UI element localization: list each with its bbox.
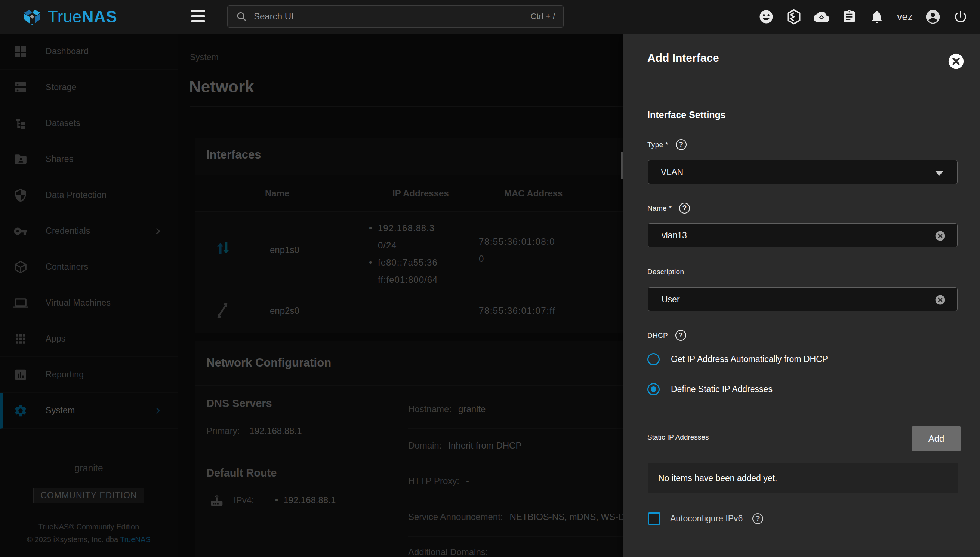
- name-field: [648, 223, 957, 247]
- help-icon[interactable]: [675, 330, 686, 341]
- truenas-logo-icon: [22, 7, 42, 27]
- divider: [623, 89, 980, 90]
- section-heading: Interface Settings: [647, 110, 726, 121]
- ix-stack-icon[interactable]: [786, 8, 802, 25]
- type-select[interactable]: VLAN: [648, 160, 957, 184]
- global-search[interactable]: Ctrl + /: [227, 5, 564, 28]
- chevron-down-icon: [935, 171, 944, 176]
- radio-selected-icon: [647, 383, 660, 396]
- truenas-logo[interactable]: TrueNAS: [22, 7, 117, 27]
- panel-title: Add Interface: [647, 52, 719, 64]
- checkbox-unchecked-icon: [648, 513, 660, 525]
- autoconfigure-ipv6-checkbox[interactable]: Autoconfigure IPv6: [648, 513, 763, 525]
- power-icon[interactable]: [952, 8, 969, 25]
- type-label: Type *: [647, 139, 686, 150]
- search-input[interactable]: [253, 11, 531, 22]
- description-input[interactable]: [661, 294, 957, 305]
- help-icon[interactable]: [752, 513, 763, 524]
- help-icon[interactable]: [676, 139, 686, 150]
- name-input[interactable]: [661, 230, 957, 241]
- scrollbar-thumb[interactable]: [621, 151, 623, 179]
- modal-backdrop[interactable]: [0, 34, 623, 557]
- user-avatar-icon[interactable]: [925, 8, 941, 25]
- topbar: TrueNAS Ctrl + / vez: [0, 0, 980, 34]
- close-icon[interactable]: [948, 53, 964, 70]
- truenas-logo-text: TrueNAS: [48, 8, 117, 26]
- static-ip-empty-state: No items have been added yet.: [648, 463, 957, 493]
- description-field: [648, 287, 957, 311]
- add-interface-panel: Add Interface Interface Settings Type * …: [623, 34, 980, 557]
- alerts-bell-icon[interactable]: [869, 8, 885, 25]
- clear-icon[interactable]: [935, 230, 946, 242]
- help-icon[interactable]: [679, 203, 690, 213]
- username: vez: [897, 11, 913, 23]
- jobs-clipboard-icon[interactable]: [841, 8, 857, 25]
- clear-icon[interactable]: [935, 294, 946, 306]
- type-select-value: VLAN: [661, 167, 683, 177]
- name-label: Name *: [647, 203, 690, 213]
- search-shortcut: Ctrl + /: [531, 11, 555, 21]
- add-button[interactable]: Add: [912, 427, 961, 451]
- description-label: Description: [647, 268, 684, 276]
- static-ip-label: Static IP Addresses: [647, 433, 709, 441]
- dhcp-label: DHCP: [647, 330, 686, 341]
- search-icon: [236, 11, 247, 22]
- menu-icon[interactable]: [191, 10, 205, 22]
- radio-static-ip[interactable]: Define Static IP Addresses: [647, 383, 772, 396]
- truecommand-cloud-icon[interactable]: [813, 8, 830, 25]
- feedback-icon[interactable]: [758, 8, 774, 25]
- radio-dhcp-auto[interactable]: Get IP Address Automatically from DHCP: [647, 353, 828, 365]
- radio-unselected-icon: [647, 353, 660, 365]
